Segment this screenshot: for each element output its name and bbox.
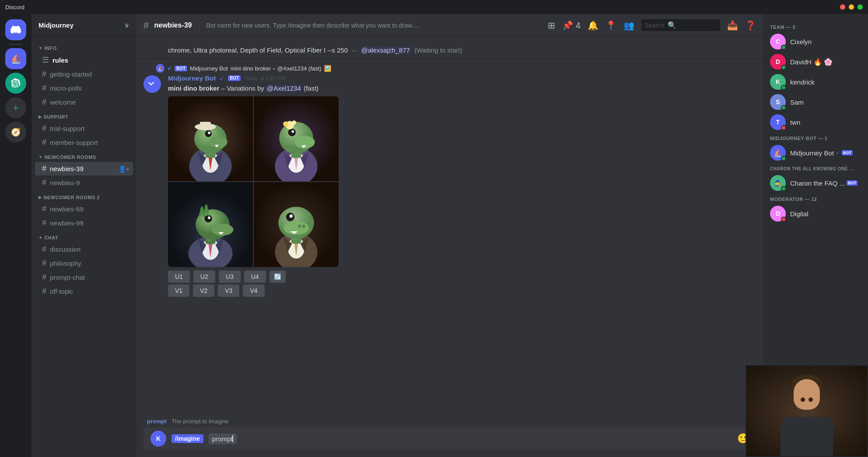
- webcam-video: [746, 366, 867, 456]
- search-bar[interactable]: Search 🔍: [641, 19, 720, 31]
- status-dot-mj-bot: [781, 156, 786, 161]
- category-newcomer-rooms-2[interactable]: ▶ NEWCOMER ROOMS 2: [32, 193, 136, 202]
- member-avatar-digital: D: [770, 206, 786, 221]
- channel-item-off-topic[interactable]: # off-topic: [35, 285, 133, 298]
- verified-icon: ✓: [219, 75, 224, 82]
- messages-area: chrome, Ultra photoreal, Depth of Field,…: [136, 37, 763, 413]
- message-group-main: Midjourney Bot ✓ BOT Today at 2:55 PM mi…: [136, 73, 763, 299]
- channel-name-philosophy: philosophy: [50, 260, 81, 267]
- member-name-sam: Sam: [790, 98, 804, 106]
- member-avatar-sam: S: [770, 94, 786, 110]
- member-kendrick[interactable]: K kendrick: [766, 72, 864, 92]
- category-info[interactable]: ▼ INFO: [32, 44, 136, 53]
- image-cell-2[interactable]: [254, 96, 339, 181]
- variation-4-button[interactable]: V4: [243, 285, 264, 297]
- server-icon-midjourney[interactable]: ⛵: [5, 48, 26, 69]
- titlebar: Discord: [0, 0, 868, 14]
- channel-hash-icon: #: [42, 70, 46, 79]
- close-button[interactable]: [840, 4, 845, 10]
- category-label-info: INFO: [44, 46, 56, 51]
- member-avatar-davidh: D: [770, 54, 786, 70]
- message-mention: @Axel1234: [266, 84, 302, 92]
- pins-count[interactable]: 📌 4: [562, 20, 581, 31]
- channel-name-member-support: member-support: [50, 139, 98, 146]
- inline-image-icon[interactable]: 🖼️: [324, 65, 331, 72]
- top-message-mention: @alexsajzh_877: [360, 46, 411, 54]
- server-icon-discord[interactable]: [5, 19, 26, 40]
- member-avatar-cixelyn: C: [770, 34, 786, 49]
- member-sam[interactable]: S Sam: [766, 92, 864, 112]
- channel-header-hash-icon: #: [144, 20, 149, 31]
- members-icon[interactable]: 👥: [623, 20, 634, 31]
- top-message-content: chrome, Ultra photoreal, Depth of Field,…: [168, 46, 348, 54]
- status-dot-digital: [781, 217, 786, 222]
- channel-list: ▼ INFO ☰ rules # getting-started # micro…: [32, 37, 136, 457]
- eye-right: [808, 397, 813, 402]
- server-header[interactable]: Midjourney ∨: [32, 14, 136, 37]
- member-name-charon-bot: Charon the FAQ ...: [790, 179, 845, 187]
- channel-item-newbies-39[interactable]: # newbies-39 👤+: [35, 162, 133, 176]
- category-newcomer-rooms[interactable]: ▼ NEWCOMER ROOMS: [32, 153, 136, 162]
- pin-icon[interactable]: 📍: [606, 20, 616, 31]
- channel-item-welcome[interactable]: # welcome: [35, 95, 133, 109]
- member-twn[interactable]: T twn: [766, 112, 864, 132]
- svg-point-28: [208, 217, 210, 219]
- members-header-team: TEAM — 5: [766, 25, 864, 30]
- member-avatar-twn: T: [770, 114, 786, 130]
- member-digital[interactable]: D Digital: [766, 204, 864, 224]
- channel-item-prompt-chat[interactable]: # prompt-chat: [35, 271, 133, 284]
- discord-wordmark: Discord: [5, 4, 24, 11]
- member-midjourney-bot[interactable]: ⛵ Midjourney Bot ✓ BOT: [766, 143, 864, 163]
- thread-icon[interactable]: ⊞: [548, 20, 555, 31]
- minimize-button[interactable]: [849, 4, 854, 10]
- channel-user-icon: 👤+: [119, 165, 130, 172]
- member-davidh[interactable]: D DavidH 🔥 🌸: [766, 52, 864, 72]
- inbox-icon[interactable]: 📥: [727, 20, 738, 31]
- image-cell-1[interactable]: [168, 96, 253, 181]
- prompt-field-wrapper[interactable]: prompt: [209, 433, 237, 444]
- channel-item-discussion[interactable]: # discussion: [35, 243, 133, 256]
- explore-servers-button[interactable]: 🧭: [5, 122, 26, 143]
- add-server-button[interactable]: +: [5, 97, 26, 118]
- mute-icon[interactable]: 🔔: [588, 20, 598, 31]
- header-divider: [199, 20, 200, 31]
- message-input-wrapper: K /imagine prompt 🙂: [144, 427, 756, 450]
- channel-item-member-support[interactable]: # member-support: [35, 136, 133, 149]
- variation-3-button[interactable]: V3: [218, 285, 239, 297]
- maximize-button[interactable]: [858, 4, 863, 10]
- channel-item-philosophy[interactable]: # philosophy: [35, 257, 133, 270]
- category-label-support: SUPPORT: [44, 114, 69, 120]
- channel-item-getting-started[interactable]: # getting-started: [35, 67, 133, 81]
- member-charon-bot[interactable]: 🧙 Charon the FAQ ... BOT: [766, 173, 864, 193]
- upscale-3-button[interactable]: U3: [219, 271, 241, 283]
- davidh-fire-icon: 🔥: [813, 58, 822, 66]
- variation-2-button[interactable]: V2: [193, 285, 214, 297]
- inline-bot-avatar: ⛵: [156, 64, 164, 73]
- help-icon[interactable]: ❓: [745, 20, 756, 31]
- channel-item-newbies-99[interactable]: # newbies-99: [35, 216, 133, 230]
- channel-item-newbies-9[interactable]: # newbies-9: [35, 176, 133, 190]
- member-name-davidh: DavidH: [790, 58, 812, 66]
- server-icon-openai[interactable]: [5, 73, 26, 94]
- image-cell-3[interactable]: [168, 182, 253, 267]
- member-cixelyn[interactable]: C Cixelyn: [766, 32, 864, 52]
- channel-item-newbies-69[interactable]: # newbies-69: [35, 202, 133, 216]
- titlebar-controls[interactable]: [840, 4, 863, 10]
- upscale-1-button[interactable]: U1: [168, 271, 190, 283]
- channel-name-rules: rules: [52, 56, 68, 64]
- channel-item-micro-polls[interactable]: # micro-polls: [35, 81, 133, 95]
- category-chat[interactable]: ▼ CHAT: [32, 233, 136, 242]
- category-support[interactable]: ▶ SUPPORT: [32, 112, 136, 121]
- image-cell-4[interactable]: [254, 182, 339, 267]
- svg-point-36: [289, 214, 293, 218]
- upscale-2-button[interactable]: U2: [193, 271, 215, 283]
- refresh-button[interactable]: 🔄: [270, 271, 286, 283]
- upscale-4-button[interactable]: U4: [244, 271, 266, 283]
- channel-item-rules[interactable]: ☰ rules: [35, 53, 133, 67]
- top-message-status: (Waiting to start): [414, 46, 462, 54]
- variation-1-button[interactable]: V1: [168, 285, 189, 297]
- channel-item-trial-support[interactable]: # trial-support: [35, 122, 133, 135]
- top-message-text: chrome, Ultra photoreal, Depth of Field,…: [168, 46, 462, 54]
- message-content-main: Midjourney Bot ✓ BOT Today at 2:55 PM mi…: [168, 74, 756, 297]
- members-header-charon: CHARON THE ALL KNOWING ONE ...: [766, 166, 864, 171]
